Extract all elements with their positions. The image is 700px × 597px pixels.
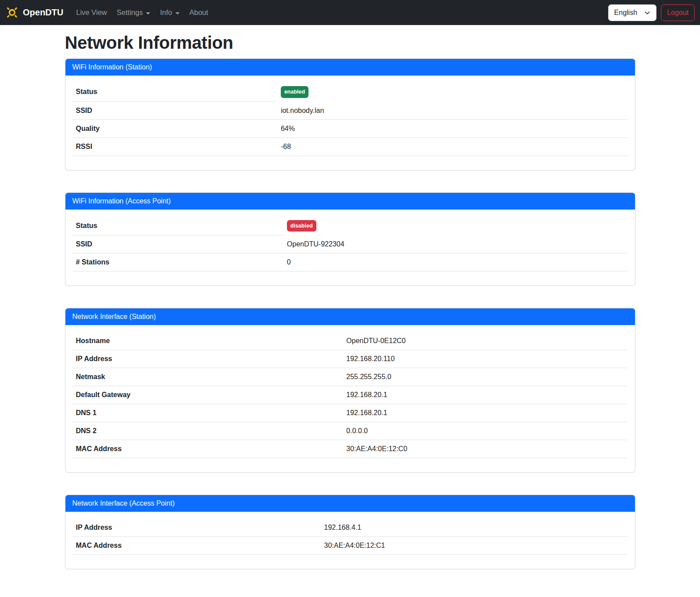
row-label: MAC Address — [73, 440, 343, 458]
row-label: IP Address — [73, 519, 321, 537]
navbar-right: English Logout — [608, 4, 695, 21]
row-value: 30:AE:A4:0E:12:C0 — [343, 440, 627, 458]
card-wifi-station: WiFi Information (Station) Status enable… — [65, 58, 635, 170]
nav-item-settings[interactable]: Settings — [113, 5, 154, 20]
table-row: Hostname OpenDTU-0E12C0 — [73, 332, 628, 350]
brand-link[interactable]: OpenDTU — [5, 6, 63, 19]
status-badge: disabled — [287, 220, 316, 232]
table-row: Default Gateway 192.168.20.1 — [73, 386, 628, 404]
row-value: 192.168.4.1 — [321, 519, 628, 537]
row-label: MAC Address — [73, 537, 321, 555]
card-network-interface-access-point: Network Interface (Access Point) IP Addr… — [65, 495, 635, 569]
table-row: DNS 1 192.168.20.1 — [73, 404, 628, 422]
table-row: Quality 64% — [73, 119, 628, 137]
navbar: OpenDTU Live View Settings Info About En… — [0, 0, 700, 25]
table-row: MAC Address 30:AE:A4:0E:12:C1 — [73, 537, 628, 555]
row-value: 192.168.20.110 — [343, 350, 627, 368]
card-header: WiFi Information (Access Point) — [65, 193, 635, 210]
row-label: RSSI — [73, 137, 277, 156]
table-row: MAC Address 30:AE:A4:0E:12:C0 — [73, 440, 628, 458]
chevron-down-icon — [644, 10, 650, 16]
sun-icon — [5, 6, 19, 19]
row-value: 64% — [277, 119, 628, 137]
row-label: SSID — [73, 235, 283, 253]
info-table: Status disabled SSID OpenDTU-922304 # St… — [73, 217, 628, 272]
status-badge: enabled — [281, 86, 308, 98]
table-row: IP Address 192.168.20.110 — [73, 350, 628, 368]
chevron-down-icon — [146, 12, 150, 14]
logout-button[interactable]: Logout — [661, 4, 695, 21]
row-label: IP Address — [73, 350, 343, 368]
card-body: IP Address 192.168.4.1 MAC Address 30:AE… — [65, 512, 635, 569]
row-label: Status — [73, 83, 277, 101]
row-value: 192.168.20.1 — [343, 404, 627, 422]
row-value: iot.nobody.lan — [277, 101, 628, 119]
row-label: Hostname — [73, 332, 343, 350]
table-row: SSID OpenDTU-922304 — [73, 235, 628, 253]
row-value: disabled — [283, 217, 628, 235]
brand-label: OpenDTU — [23, 7, 63, 18]
row-value: enabled — [277, 83, 628, 101]
row-label: DNS 1 — [73, 404, 343, 422]
row-value: 30:AE:A4:0E:12:C1 — [321, 537, 628, 555]
row-label: SSID — [73, 101, 277, 119]
info-table: Status enabled SSID iot.nobody.lan Quali… — [73, 83, 628, 156]
table-row: IP Address 192.168.4.1 — [73, 519, 628, 537]
nav-item-label: About — [189, 8, 208, 17]
card-body: Status disabled SSID OpenDTU-922304 # St… — [65, 210, 635, 286]
row-value: OpenDTU-0E12C0 — [343, 332, 627, 350]
info-table: IP Address 192.168.4.1 MAC Address 30:AE… — [73, 519, 628, 555]
card-header: Network Interface (Access Point) — [65, 495, 635, 512]
language-select[interactable]: English — [608, 4, 656, 21]
card-wifi-access-point: WiFi Information (Access Point) Status d… — [65, 192, 635, 286]
row-label: Default Gateway — [73, 386, 343, 404]
card-header: WiFi Information (Station) — [65, 59, 635, 76]
nav-item-label: Live View — [76, 8, 107, 17]
language-select-value: English — [614, 9, 637, 17]
nav-item-about[interactable]: About — [186, 5, 212, 20]
row-value: 0.0.0.0 — [343, 422, 627, 440]
row-label: Netmask — [73, 368, 343, 386]
table-row: # Stations 0 — [73, 253, 628, 271]
row-value: OpenDTU-922304 — [283, 235, 628, 253]
main-content: Network Information WiFi Information (St… — [65, 33, 635, 569]
table-row: DNS 2 0.0.0.0 — [73, 422, 628, 440]
card-header: Network Interface (Station) — [65, 308, 635, 325]
card-body: Status enabled SSID iot.nobody.lan Quali… — [65, 76, 635, 170]
card-network-interface-station: Network Interface (Station) Hostname Ope… — [65, 308, 635, 473]
table-row: SSID iot.nobody.lan — [73, 101, 628, 119]
info-table: Hostname OpenDTU-0E12C0 IP Address 192.1… — [73, 332, 628, 458]
chevron-down-icon — [175, 12, 180, 14]
row-value: -68 — [277, 137, 628, 156]
row-value: 255.255.255.0 — [343, 368, 627, 386]
page-title: Network Information — [65, 33, 635, 53]
row-label: DNS 2 — [73, 422, 343, 440]
table-row: RSSI -68 — [73, 137, 628, 156]
nav-item-live-view[interactable]: Live View — [73, 5, 110, 20]
navbar-left: OpenDTU Live View Settings Info About — [5, 5, 213, 20]
row-label: Quality — [73, 119, 277, 137]
nav-item-info[interactable]: Info — [156, 5, 183, 20]
nav-item-label: Settings — [117, 8, 143, 17]
row-value: 0 — [283, 253, 628, 271]
table-row: Netmask 255.255.255.0 — [73, 368, 628, 386]
row-value: 192.168.20.1 — [343, 386, 627, 404]
table-row: Status disabled — [73, 217, 628, 235]
card-body: Hostname OpenDTU-0E12C0 IP Address 192.1… — [65, 325, 635, 472]
row-label: # Stations — [73, 253, 283, 271]
nav-item-label: Info — [160, 8, 172, 17]
row-label: Status — [73, 217, 283, 235]
table-row: Status enabled — [73, 83, 628, 101]
